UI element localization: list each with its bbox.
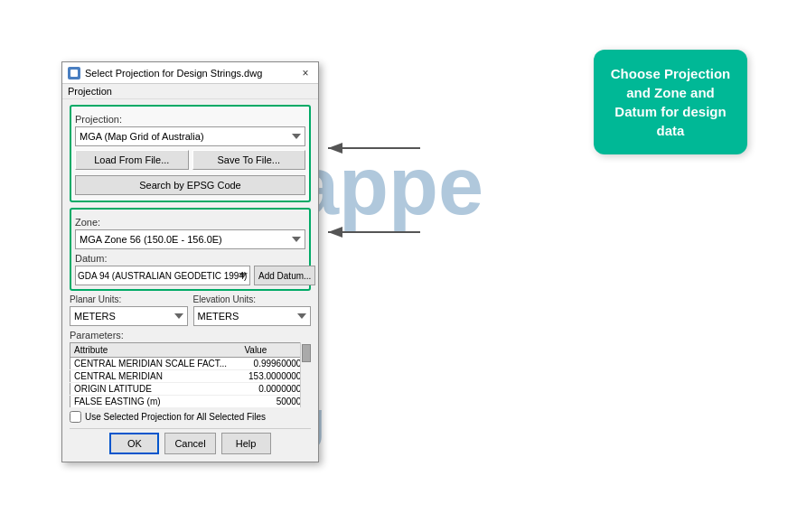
- datum-select[interactable]: GDA 94 (AUSTRALIAN GEODETIC 1994): [75, 266, 250, 285]
- elevation-units-col: Elevation Units: METERS: [193, 294, 312, 326]
- params-table: Attribute Value CENTRAL MERIDIAN SCALE F…: [70, 342, 311, 407]
- projection-section: Projection: MGA (Map Grid of Australia) …: [70, 105, 311, 202]
- load-from-file-button[interactable]: Load From File...: [75, 150, 189, 170]
- action-row: OK Cancel Help: [70, 428, 311, 456]
- units-row: Planar Units: METERS Elevation Units: ME…: [70, 294, 311, 326]
- planar-units-select[interactable]: METERS: [70, 306, 188, 326]
- close-button[interactable]: ×: [298, 66, 313, 80]
- table-row: CENTRAL MERIDIAN SCALE FACT...0.99960000…: [70, 358, 311, 370]
- dialog-icon: [68, 67, 80, 79]
- arrow-zone-datum: [321, 221, 425, 243]
- datum-label: Datum:: [75, 253, 305, 264]
- cancel-button[interactable]: Cancel: [164, 433, 215, 454]
- dialog-title: Select Projection for Design Strings.dwg: [85, 68, 262, 79]
- tooltip-text: Choose Projection and Zone and Datum for…: [611, 66, 731, 138]
- save-to-file-button[interactable]: Save To File...: [192, 150, 306, 170]
- search-epsg-button[interactable]: Search by EPSG Code: [75, 175, 305, 195]
- ok-button[interactable]: OK: [109, 433, 159, 454]
- dialog-content: Projection: MGA (Map Grid of Australia) …: [62, 99, 318, 462]
- dialog-window: Select Projection for Design Strings.dwg…: [61, 61, 319, 462]
- planar-units-col: Planar Units: METERS: [70, 294, 188, 326]
- table-row: FALSE EASTING (m)500000: [70, 396, 311, 408]
- all-files-label: Use Selected Projection for All Selected…: [85, 412, 266, 422]
- params-scrollbar[interactable]: [300, 342, 311, 407]
- arrow-projection: [321, 137, 425, 159]
- param-attribute: ORIGIN LATITUDE: [70, 383, 241, 396]
- param-attribute: CENTRAL MERIDIAN: [70, 370, 241, 383]
- elevation-units-label: Elevation Units:: [193, 294, 312, 304]
- all-files-checkbox[interactable]: [70, 411, 81, 423]
- menu-bar: Projection: [62, 84, 318, 99]
- file-buttons-row: Load From File... Save To File...: [75, 150, 305, 170]
- zone-select[interactable]: MGA Zone 56 (150.0E - 156.0E): [75, 229, 305, 249]
- projection-select[interactable]: MGA (Map Grid of Australia): [75, 126, 305, 146]
- elevation-units-select[interactable]: METERS: [193, 306, 312, 326]
- help-button[interactable]: Help: [221, 433, 271, 454]
- add-datum-button[interactable]: Add Datum...: [254, 266, 315, 285]
- tooltip-bubble: Choose Projection and Zone and Datum for…: [594, 50, 747, 154]
- title-bar: Select Projection for Design Strings.dwg…: [62, 62, 318, 84]
- scrollbar-thumb[interactable]: [302, 344, 311, 362]
- title-bar-left: Select Projection for Design Strings.dwg: [68, 67, 262, 79]
- zone-label: Zone:: [75, 217, 305, 228]
- table-row: ORIGIN LATITUDE0.00000000: [70, 383, 311, 396]
- datum-row: GDA 94 (AUSTRALIAN GEODETIC 1994) Add Da…: [75, 266, 305, 285]
- param-attribute: CENTRAL MERIDIAN SCALE FACT...: [70, 358, 241, 370]
- planar-units-label: Planar Units:: [70, 294, 188, 304]
- menu-projection[interactable]: Projection: [68, 86, 112, 97]
- projection-label: Projection:: [75, 114, 305, 125]
- param-attribute: FALSE EASTING (m): [70, 396, 241, 408]
- table-row: CENTRAL MERIDIAN153.00000000: [70, 370, 311, 383]
- params-wrapper: Attribute Value CENTRAL MERIDIAN SCALE F…: [70, 342, 311, 407]
- zone-datum-section: Zone: MGA Zone 56 (150.0E - 156.0E) Datu…: [70, 208, 311, 291]
- col-attribute: Attribute: [70, 343, 241, 358]
- parameters-label: Parameters:: [70, 330, 311, 341]
- checkbox-row: Use Selected Projection for All Selected…: [70, 411, 311, 423]
